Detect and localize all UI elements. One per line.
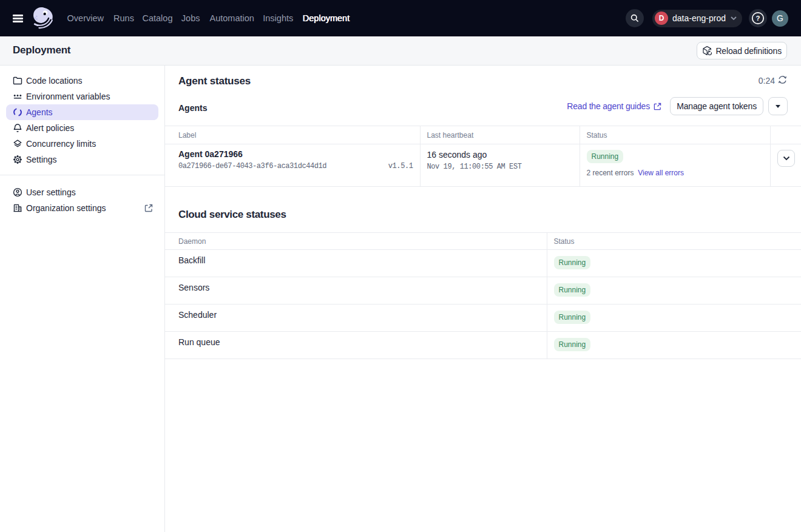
svg-text:?: ? <box>755 15 760 22</box>
